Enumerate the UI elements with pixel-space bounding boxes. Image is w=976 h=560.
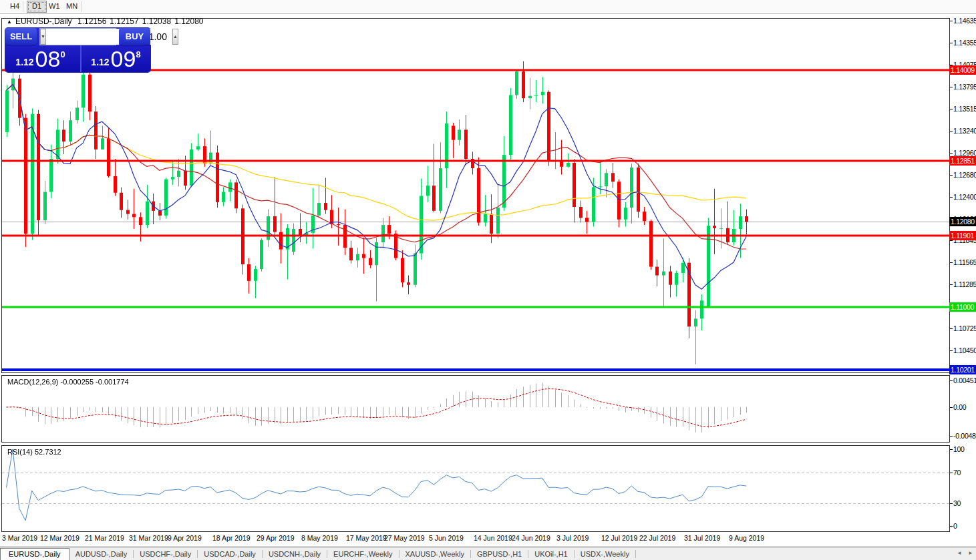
chart-symbol-title: EURUSD-,Daily bbox=[15, 17, 72, 26]
timeframe-toolbar: H4D1W1MN bbox=[0, 0, 976, 14]
macd-label: MACD(12,26,9) -0.000255 -0.001774 bbox=[7, 378, 129, 386]
collapse-triangle-icon[interactable]: ▲ bbox=[7, 19, 12, 25]
rsi-indicator-pane[interactable]: RSI(14) 52.7312 bbox=[1, 445, 950, 532]
date-tick-label: 3 Mar 2019 bbox=[2, 534, 37, 542]
chart-tab-eurusd-daily[interactable]: EURUSD-,Daily bbox=[0, 548, 69, 560]
rsi-value: 52.7312 bbox=[35, 448, 61, 456]
chart-tab-ukoil-h1[interactable]: UKOil-,H1 bbox=[528, 548, 574, 560]
volume-stepper: ▼ ▲ bbox=[39, 28, 116, 45]
chart-tabbar: ◄ ► EURUSD-,DailyAUDUSD-,DailyUSDCHF-,Da… bbox=[0, 547, 976, 560]
buy-button[interactable]: BUY bbox=[119, 28, 150, 45]
chart-tab-xauusd-weekly[interactable]: XAUUSD-,Weekly bbox=[399, 548, 470, 560]
axis-tick-mark bbox=[950, 407, 953, 408]
date-tick-label: 5 Jun 2019 bbox=[429, 534, 464, 542]
volume-decrease-button[interactable]: ▼ bbox=[40, 29, 46, 45]
chart-tab-eurchf-weekly[interactable]: EURCHF-,Weekly bbox=[327, 548, 398, 560]
sell-price-sup: 0 bbox=[60, 49, 65, 59]
axis-tick-mark bbox=[950, 43, 953, 43]
axis-tick-label: 1.12400 bbox=[953, 193, 976, 201]
axis-tick-mark bbox=[950, 526, 953, 527]
ohlc-low: 1.12038 bbox=[142, 17, 171, 26]
axis-tick-mark bbox=[950, 153, 953, 154]
stepper-up-icon: ▲ bbox=[173, 34, 178, 39]
date-tick-label: 29 Apr 2019 bbox=[257, 534, 295, 542]
sell-price-prefix: 1.12 bbox=[15, 57, 33, 67]
axis-tick-label: 0.00 bbox=[953, 403, 966, 411]
axis-tick-mark bbox=[950, 284, 953, 285]
chart-tab-usdx-weekly[interactable]: USDX-,Weekly bbox=[575, 548, 635, 560]
date-tick-label: 17 May 2019 bbox=[346, 534, 387, 542]
price-level-label: 1.11000 bbox=[949, 302, 976, 312]
axis-tick-label: 30 bbox=[953, 499, 961, 507]
axis-tick-label: 0 bbox=[953, 522, 957, 530]
timeframe-button-mn[interactable]: MN bbox=[61, 1, 82, 13]
axis-tick-mark bbox=[950, 350, 953, 351]
date-tick-label: 31 Mar 2019 bbox=[129, 534, 168, 542]
axis-tick-mark bbox=[950, 240, 953, 241]
chart-header: ▲EURUSD-,Daily 1.121561.121571.120381.12… bbox=[7, 17, 207, 26]
current-price-label: 1.12080 bbox=[949, 217, 976, 226]
date-tick-label: 12 Jul 2019 bbox=[601, 534, 637, 542]
axis-tick-mark bbox=[950, 473, 953, 473]
timeframe-button-h4[interactable]: H4 bbox=[5, 1, 24, 13]
axis-tick-label: 70 bbox=[953, 469, 961, 477]
axis-tick-mark bbox=[950, 503, 953, 504]
axis-tick-mark bbox=[950, 328, 953, 329]
macd-indicator-pane[interactable]: MACD(12,26,9) -0.000255 -0.001774 bbox=[1, 375, 950, 443]
rsi-chart-canvas[interactable] bbox=[2, 446, 949, 531]
axis-tick-label: 1.11285 bbox=[953, 280, 976, 288]
price-level-label: 1.12851 bbox=[949, 156, 976, 166]
macd-values: -0.000255 -0.001774 bbox=[60, 378, 128, 386]
sell-price-panel[interactable]: 1.12080 bbox=[5, 45, 75, 72]
buy-price-panel[interactable]: 1.12098 bbox=[80, 45, 150, 72]
date-tick-label: 31 Jul 2019 bbox=[684, 534, 720, 542]
date-tick-label: 21 Mar 2019 bbox=[85, 534, 124, 542]
date-tick-label: 9 Aug 2019 bbox=[729, 534, 764, 542]
axis-tick-label: 1.13240 bbox=[953, 127, 976, 135]
price-level-label: 1.14009 bbox=[949, 65, 976, 75]
chart-tab-gbpusd-h1[interactable]: GBPUSD-,H1 bbox=[471, 548, 528, 560]
ohlc-close: 1.12080 bbox=[174, 17, 203, 26]
axis-tick-label: 1.14355 bbox=[953, 39, 976, 47]
chart-tab-usdchf-daily[interactable]: USDCHF-,Daily bbox=[134, 548, 197, 560]
axis-tick-mark bbox=[950, 21, 953, 21]
axis-tick-label: 1.14635 bbox=[953, 17, 976, 25]
rsi-label: RSI(14) 52.7312 bbox=[7, 448, 61, 456]
tab-scroll-left-icon[interactable]: ◄ bbox=[957, 550, 962, 556]
price-level-label: 1.11901 bbox=[949, 231, 976, 240]
volume-increase-button[interactable]: ▲ bbox=[172, 29, 178, 45]
chart-tab-usdcad-daily[interactable]: USDCAD-,Daily bbox=[198, 548, 262, 560]
sell-price-big: 08 bbox=[35, 47, 61, 70]
axis-tick-label: 1.12680 bbox=[953, 171, 976, 179]
axis-tick-mark bbox=[950, 449, 953, 450]
ohlc-open: 1.12156 bbox=[77, 17, 106, 26]
tab-scroll-right-icon[interactable]: ► bbox=[968, 550, 973, 556]
axis-tick-label: 1.11565 bbox=[953, 258, 976, 266]
date-tick-label: 14 Jun 2019 bbox=[474, 534, 512, 542]
axis-tick-mark bbox=[950, 175, 953, 176]
ohlc-high: 1.12157 bbox=[110, 17, 138, 26]
axis-tick-label: 1.10450 bbox=[953, 346, 976, 354]
sell-button[interactable]: SELL bbox=[5, 28, 37, 45]
volume-input[interactable] bbox=[46, 29, 172, 45]
date-tick-label: 12 Mar 2019 bbox=[40, 534, 79, 542]
axis-tick-label: 100 bbox=[953, 445, 965, 453]
date-tick-label: 24 Jun 2019 bbox=[512, 534, 550, 542]
stepper-down-icon: ▼ bbox=[41, 34, 45, 39]
date-tick-label: 3 Jul 2019 bbox=[556, 534, 589, 542]
axis-tick-label: -0.004806 bbox=[953, 432, 976, 440]
toolbar-separator bbox=[82, 1, 82, 12]
buy-price-prefix: 1.12 bbox=[91, 57, 109, 67]
toolbar-separator bbox=[23, 1, 23, 12]
chart-tab-audusd-daily[interactable]: AUDUSD-,Daily bbox=[69, 548, 134, 560]
date-tick-label: 22 Jul 2019 bbox=[639, 534, 675, 542]
macd-chart-canvas[interactable] bbox=[2, 376, 949, 442]
axis-tick-mark bbox=[950, 380, 953, 381]
tab-separator bbox=[635, 550, 636, 558]
buy-price-sup: 8 bbox=[136, 49, 140, 59]
chart-tab-usdcnh-daily[interactable]: USDCNH-,Daily bbox=[263, 548, 327, 560]
one-click-trading-widget: SELL ▼ ▲ BUY 1.12080 1.12098 bbox=[5, 28, 150, 72]
price-level-label: 1.10201 bbox=[949, 365, 976, 374]
axis-tick-mark bbox=[950, 197, 953, 198]
date-tick-label: 9 Apr 2019 bbox=[168, 534, 202, 542]
